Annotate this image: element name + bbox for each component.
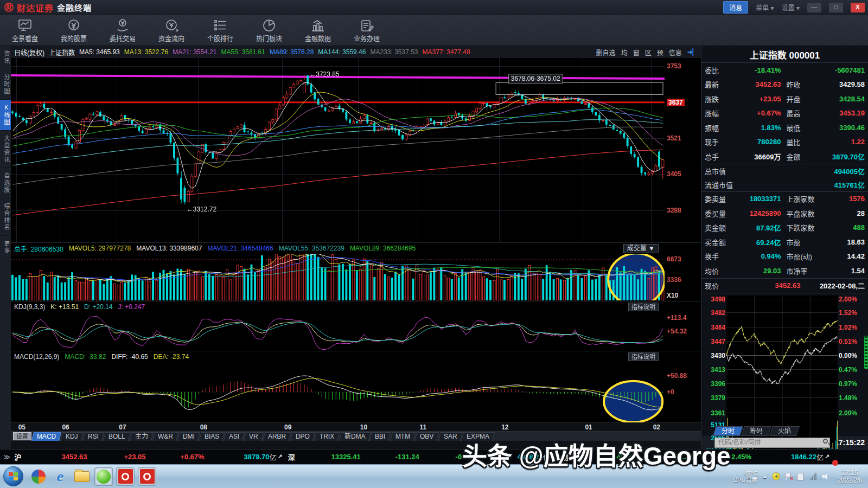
collapse-panel-icon[interactable]: ➜▏	[687, 48, 698, 56]
sidebar-item-综合排名[interactable]: 综合排名	[0, 198, 11, 236]
market-amount: 1846.22	[751, 453, 816, 461]
sidebar-item-K线图[interactable]: K线图	[0, 100, 11, 131]
coin-icon	[66, 18, 82, 33]
tray-expand-icon[interactable]: ▲	[762, 474, 767, 479]
chart-tool-窗[interactable]: 窗	[633, 48, 640, 57]
mini-chart-scrollbar[interactable]	[864, 336, 868, 369]
start-button[interactable]	[3, 466, 23, 486]
indicator-tab-主力[interactable]: 主力	[130, 432, 154, 441]
kdj-header-value: D: +20.14	[84, 303, 112, 311]
market-name: 深	[288, 452, 302, 462]
taskbar-caida-app-icon[interactable]	[116, 467, 135, 486]
taskbar-explorer-icon[interactable]	[73, 467, 91, 486]
chart-tool-删自选[interactable]: 删自选	[596, 48, 616, 57]
ma-label: MA89: 3576.28	[270, 48, 314, 56]
quote-row: 振幅1.83%最低3390.46	[701, 120, 868, 135]
indicator-tab-DMI[interactable]: DMI	[177, 432, 200, 441]
mini-right-tick: 1.02%	[839, 324, 868, 331]
indicator-tab-BBI[interactable]: BBI	[369, 432, 391, 441]
volume-indicator-dropdown[interactable]: 成交量 ▼	[623, 244, 659, 253]
taskbar-browser-icon[interactable]	[94, 467, 113, 486]
macd-header-label: MACD(12,26,9)	[14, 353, 59, 361]
sidebar-item-大盘资讯[interactable]: 大盘资讯	[0, 131, 11, 168]
toolbar-item-hand-coin[interactable]: 委托交易	[105, 18, 140, 43]
indicator-tab-ASI[interactable]: ASI	[224, 432, 245, 441]
sidebar-item-资讯[interactable]: 资讯	[0, 46, 11, 69]
market-pct: -2.45%	[693, 453, 751, 461]
message-button[interactable]: 消息	[723, 1, 748, 14]
taskbar-ie-icon[interactable]: e	[51, 467, 69, 486]
indicator-tab-MTM[interactable]: MTM	[390, 432, 416, 441]
mini-left-tick: 3379	[701, 394, 725, 402]
menu-button[interactable]: 菜单 ▾	[756, 3, 774, 12]
chart-tool-预[interactable]: 预	[657, 48, 663, 57]
stock-search-input[interactable]	[714, 438, 830, 448]
y-tick: 3288	[667, 207, 681, 214]
indicator-tab-SAR[interactable]: SAR	[438, 432, 463, 441]
action-center-icon[interactable]: ✕	[785, 473, 792, 480]
sidebar-item-分时图[interactable]: 分时图	[0, 69, 11, 100]
period-label[interactable]: 日线(复权)	[14, 48, 44, 57]
minimize-button[interactable]: —	[807, 3, 821, 12]
mini-tab-分时[interactable]: 分时	[713, 426, 743, 436]
indicator-tab-OBV[interactable]: OBV	[414, 432, 439, 441]
cap-row: 总市值494005亿	[701, 164, 868, 178]
indicator-tab-VR[interactable]: VR	[244, 432, 264, 441]
cpu-temp-gadget[interactable]: 47°C CPU温度	[733, 470, 757, 483]
quote-row: 委买量12425890平盘家数28	[701, 206, 868, 221]
quote-row: 现手780280量比1.22	[701, 135, 868, 150]
y-tick: X10	[667, 292, 678, 299]
toolbar-item-ranking-list[interactable]: 个股排行	[203, 18, 238, 43]
intraday-mini-chart: 3498348234643447343034133396337933615131…	[701, 293, 868, 426]
macd-y-axis: +50.88+0	[665, 351, 701, 422]
kdj-chart[interactable]	[11, 312, 665, 351]
mini-tab-火焰[interactable]: 火焰	[769, 426, 800, 436]
settings-button[interactable]: 设置 ▾	[782, 3, 800, 12]
taskbar-caida-app2-icon[interactable]	[138, 467, 156, 486]
sidebar-item-自选股[interactable]: 自选股	[0, 168, 11, 198]
market-price: 2846.48	[576, 453, 634, 461]
indicator-settings-button[interactable]: 设置	[13, 432, 31, 440]
indicator-tab-DPO[interactable]: DPO	[290, 432, 315, 441]
chart-tool-均[interactable]: 均	[621, 48, 628, 57]
chart-tool-区[interactable]: 区	[645, 48, 652, 57]
indicator-tab-RSI[interactable]: RSI	[82, 432, 104, 441]
toolbar-item-yuan-flow[interactable]: 资金流向	[154, 18, 189, 43]
clipboard-tray-icon[interactable]	[797, 473, 804, 480]
sidebar-item-更多[interactable]: 更多	[0, 236, 11, 259]
indicator-tab-MACD[interactable]: MACD	[31, 432, 61, 441]
kdj-y-axis: +113.4+54.32	[665, 301, 701, 351]
indicator-tab-ARBR[interactable]: ARBR	[263, 432, 291, 441]
toolbar-item-coin[interactable]: 我的股票	[56, 18, 91, 43]
taskbar-clock[interactable]: 17:15 2022/2/8	[835, 469, 863, 484]
macd-help-button[interactable]: 指标说明	[628, 352, 659, 361]
x-axis-month: 08	[200, 423, 207, 431]
indicator-tab-BIAS[interactable]: BIAS	[199, 432, 225, 441]
chart-tool-信息[interactable]: 信息	[669, 48, 682, 57]
toolbar-item-bar-chart[interactable]: 金融数据	[301, 18, 335, 43]
volume-chart[interactable]	[11, 254, 665, 300]
toolbar-item-clipboard-pen[interactable]: 业务办理	[349, 18, 384, 43]
macd-chart[interactable]	[11, 362, 665, 422]
toolbar-item-monitor-chart[interactable]: 全景看盘	[8, 18, 42, 43]
taskbar-app-colorful-icon[interactable]	[29, 467, 48, 486]
maximize-button[interactable]: □	[829, 3, 843, 12]
mini-tab-筹码[interactable]: 筹码	[741, 426, 771, 436]
quote-row: 换手0.94%市盈(动)14.42	[701, 249, 868, 264]
indicator-tab-TRIX[interactable]: TRIX	[314, 432, 340, 441]
volume-icon[interactable]	[822, 473, 830, 480]
indicator-tab-新DMA[interactable]: 新DMA	[339, 432, 371, 441]
network-icon[interactable]	[809, 473, 818, 480]
indicator-tab-EXPMA[interactable]: EXPMA	[461, 432, 495, 441]
market-amount: 3879.70	[205, 453, 270, 461]
indicator-tab-KDJ[interactable]: KDJ	[60, 432, 84, 441]
statusbar-expand-icon[interactable]: ≫	[0, 453, 15, 461]
indicator-tab-W&R[interactable]: W&R	[152, 432, 178, 441]
close-button[interactable]: X	[851, 3, 865, 12]
indicator-tab-BOLL[interactable]: BOLL	[103, 432, 131, 441]
kdj-help-button[interactable]: 指标说明	[628, 303, 659, 311]
market-status-bar: ≫沪3452.63+23.05+0.67%3879.70亿↗深13325.41-…	[0, 449, 868, 464]
antivirus-tray-icon[interactable]: +	[772, 472, 780, 480]
toolbar-item-pie-chart[interactable]: 热门板块	[252, 18, 286, 43]
kline-chart[interactable]	[11, 58, 665, 242]
